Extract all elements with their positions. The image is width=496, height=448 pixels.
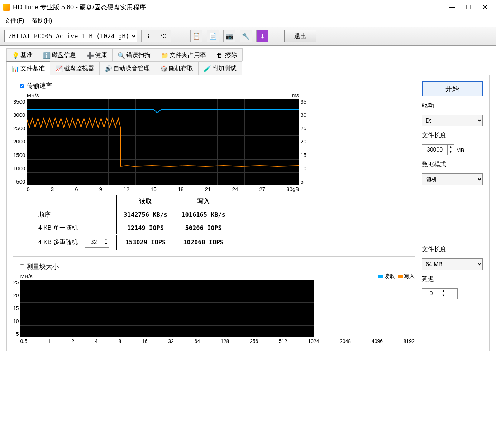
filelen2-label: 文件长度 bbox=[422, 245, 483, 253]
delay-spinner[interactable]: ▲▼ bbox=[422, 288, 458, 299]
titlebar: HD Tune 专业版 5.60 - 硬盘/固态硬盘实用程序 — ☐ ✕ bbox=[0, 0, 496, 14]
maximize-button[interactable]: ☐ bbox=[460, 2, 477, 13]
tab-disk-monitor[interactable]: 📈磁盘监视器 bbox=[50, 61, 100, 75]
drive-label: 驱动 bbox=[422, 101, 483, 110]
monitor-icon: 📈 bbox=[55, 65, 62, 71]
transfer-chart: 350030002500200015001000500 MB/s ms 0369… bbox=[13, 92, 415, 192]
trash-icon: 🗑 bbox=[216, 52, 223, 58]
transfer-rate-checkbox[interactable] bbox=[20, 84, 24, 88]
options-button[interactable]: 🔧 bbox=[240, 30, 252, 42]
legend-write-swatch bbox=[398, 275, 403, 278]
temperature-display: 🌡 — ℃ bbox=[141, 30, 171, 42]
search-icon: 🔍 bbox=[118, 52, 124, 58]
transfer-chart-canvas bbox=[27, 99, 299, 185]
tab-erase[interactable]: 🗑擦除 bbox=[211, 48, 243, 61]
file-bench-icon: 📊 bbox=[12, 65, 18, 72]
block-size-checkbox[interactable] bbox=[20, 264, 24, 269]
spinner-up-icon[interactable]: ▲ bbox=[448, 145, 454, 149]
window-title: HD Tune 专业版 5.60 - 硬盘/固态硬盘实用程序 bbox=[13, 3, 444, 11]
y-right-unit: ms bbox=[292, 92, 299, 98]
tabs-row2: 📊文件基准 📈磁盘监视器 🔊自动噪音管理 🎲随机存取 🧪附加测试 bbox=[0, 61, 496, 75]
health-icon: ➕ bbox=[86, 52, 93, 58]
y-axis-left: 350030002500200015001000500 bbox=[13, 99, 27, 185]
tab-extra-tests[interactable]: 🧪附加测试 bbox=[198, 61, 242, 75]
spinner-down-icon[interactable]: ▼ bbox=[448, 149, 454, 154]
tab-health[interactable]: ➕健康 bbox=[81, 48, 113, 61]
drive-letter-select[interactable]: D: bbox=[422, 115, 483, 126]
spinner-down-icon[interactable]: ▼ bbox=[103, 242, 109, 247]
extra-icon: 🧪 bbox=[204, 65, 210, 71]
tab-file-benchmark[interactable]: 📊文件基准 bbox=[6, 61, 50, 75]
minimize-button[interactable]: — bbox=[444, 2, 460, 13]
y-left-unit: MB/s bbox=[27, 92, 39, 98]
copy-info-button[interactable]: 📋 bbox=[190, 30, 202, 42]
results-table: 读取写入 顺序3142756 KB/s1016165 KB/s 4 KB 单一随… bbox=[31, 194, 233, 251]
speaker-icon: 🔊 bbox=[105, 65, 111, 71]
menubar: 文件(F) 帮助(H) bbox=[0, 14, 496, 27]
y2-unit: MB/s bbox=[20, 273, 33, 279]
row-4kb-single: 4 KB 单一随机12149 IOPS50206 IOPS bbox=[32, 221, 232, 234]
x-axis: 036912151821242730gB bbox=[27, 186, 299, 192]
tab-error-scan[interactable]: 🔍错误扫描 bbox=[112, 48, 156, 61]
filelen-label: 文件长度 bbox=[422, 131, 483, 139]
multi-thread-spinner[interactable]: ▲▼ bbox=[85, 237, 110, 248]
drive-select[interactable]: ZHITAI PC005 Active 1TB (1024 gB) bbox=[4, 30, 137, 42]
filelen2-select[interactable]: 64 MB bbox=[422, 258, 483, 270]
block-size-label: 测量块大小 bbox=[27, 262, 59, 271]
app-icon bbox=[3, 4, 10, 11]
filelen-spinner[interactable]: ▲▼ bbox=[422, 144, 454, 155]
menu-help[interactable]: 帮助(H) bbox=[32, 16, 52, 25]
blocksize-chart: 252015105 MB/s 读取 写入 0.51248163264128256… bbox=[13, 273, 415, 344]
content-area: 传输速率 350030002500200015001000500 MB/s ms bbox=[6, 75, 490, 351]
tab-aam[interactable]: 🔊自动噪音管理 bbox=[99, 61, 155, 75]
tab-disk-info[interactable]: ℹ️磁盘信息 bbox=[38, 48, 81, 61]
col-read: 读取 bbox=[116, 195, 174, 208]
thermometer-icon: 🌡 bbox=[146, 33, 151, 39]
write-line bbox=[27, 118, 299, 166]
read-line bbox=[27, 110, 299, 113]
info-icon: ℹ️ bbox=[43, 52, 49, 58]
minimize-tray-button[interactable]: ⬇ bbox=[256, 30, 268, 42]
row-4kb-multi: 4 KB 多重随机 ▲▼ 153029 IOPS102060 IOPS bbox=[32, 235, 232, 250]
legend: 读取 写入 bbox=[378, 273, 415, 280]
folder-icon: 📁 bbox=[161, 52, 167, 58]
legend-read-swatch bbox=[378, 275, 383, 278]
row-sequential: 顺序3142756 KB/s1016165 KB/s bbox=[32, 208, 232, 221]
spinner-down-icon[interactable]: ▼ bbox=[440, 293, 447, 298]
pattern-label: 数据模式 bbox=[422, 160, 483, 168]
random-icon: 🎲 bbox=[160, 65, 167, 71]
y-axis2: 252015105 bbox=[13, 280, 20, 337]
transfer-rate-label: 传输速率 bbox=[27, 81, 52, 90]
tab-random-access[interactable]: 🎲随机存取 bbox=[155, 61, 199, 75]
x-axis2: 0.512481632641282565121024204840968192 bbox=[20, 338, 415, 344]
copy-screenshot-button[interactable]: 📄 bbox=[207, 30, 219, 42]
start-button[interactable]: 开始 bbox=[422, 81, 483, 96]
side-panel: 开始 驱动 D: 文件长度 ▲▼ MB 数据模式 随机 文件长度 64 MB 延… bbox=[422, 81, 483, 344]
spinner-up-icon[interactable]: ▲ bbox=[440, 289, 447, 293]
tabs-row1: 💡基准 ℹ️磁盘信息 ➕健康 🔍错误扫描 📁文件夹占用率 🗑擦除 bbox=[0, 46, 496, 61]
bulb-icon: 💡 bbox=[12, 52, 18, 58]
y-axis-right: 3530252015105 bbox=[299, 99, 306, 185]
spinner-up-icon[interactable]: ▲ bbox=[103, 237, 109, 242]
exit-button[interactable]: 退出 bbox=[284, 30, 316, 42]
pattern-select[interactable]: 随机 bbox=[422, 173, 483, 185]
toolbar: ZHITAI PC005 Active 1TB (1024 gB) 🌡 — ℃ … bbox=[0, 27, 496, 46]
tab-benchmark[interactable]: 💡基准 bbox=[6, 48, 38, 61]
save-screenshot-button[interactable]: 📷 bbox=[223, 30, 235, 42]
close-button[interactable]: ✕ bbox=[477, 2, 493, 13]
tab-folder-usage[interactable]: 📁文件夹占用率 bbox=[156, 48, 211, 61]
col-write: 写入 bbox=[175, 195, 232, 208]
blocksize-chart-canvas bbox=[20, 280, 314, 337]
delay-label: 延迟 bbox=[422, 275, 483, 283]
menu-file[interactable]: 文件(F) bbox=[4, 16, 24, 25]
